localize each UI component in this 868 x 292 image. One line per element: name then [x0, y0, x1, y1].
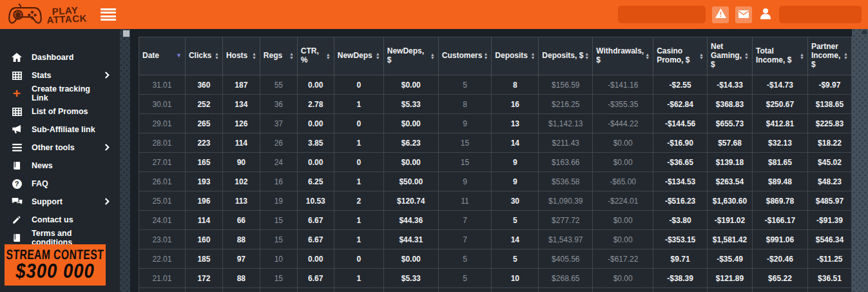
table-cell: 6.67 — [297, 269, 334, 288]
table-cell: $81.65 — [753, 153, 808, 172]
hamburger-menu-icon[interactable] — [101, 8, 116, 21]
table-row: 26.01193102166.251$50.0099$536.58-$65.00… — [139, 172, 852, 191]
alerts-button[interactable] — [712, 6, 729, 23]
table-cell: $120.74 — [383, 191, 438, 211]
profile-button[interactable] — [758, 6, 773, 23]
column-label: Total Income, $ — [756, 47, 798, 65]
sidebar-item-contact-us[interactable]: Contact us — [0, 211, 120, 229]
column-header-partner-income[interactable]: Partner Income, $▲▼ — [807, 37, 851, 75]
top-header-bar: PLAY ATTACK — [0, 0, 868, 29]
column-header-deposits[interactable]: Deposits▲▼ — [492, 37, 539, 75]
table-cell — [185, 288, 222, 292]
sidebar-scrollbar-thumb[interactable] — [123, 30, 130, 37]
sidebar-item-stats[interactable]: Stats — [0, 66, 120, 84]
table-cell: $5.33 — [383, 95, 438, 114]
main-content-panel: Date▼Clicks▲▼Hosts▲▼Regs▲▼CTR, %▲▼NewDep… — [130, 29, 852, 292]
sidebar-item-news[interactable]: News — [0, 157, 120, 175]
gamepad-icon — [8, 3, 43, 26]
column-header-casino-promo[interactable]: Casino Promo, $▲▼ — [653, 37, 708, 75]
home-icon — [10, 53, 23, 62]
sort-icon: ▲▼ — [215, 52, 219, 59]
sidebar-item-faq[interactable]: ?FAQ — [0, 175, 120, 193]
column-header-regs[interactable]: Regs▲▼ — [260, 37, 297, 75]
table-cell: -$134.53 — [653, 172, 708, 191]
column-header-date[interactable]: Date▼ — [139, 37, 186, 75]
table-cell: $36.51 — [807, 269, 851, 288]
table-cell: $869.78 — [753, 191, 808, 211]
table-cell: 5 — [438, 249, 492, 269]
brand-name: PLAY ATTACK — [46, 5, 87, 24]
column-header-withdrawals[interactable]: Withdrawals, $▲▼ — [593, 37, 653, 75]
column-label: Net Gaming, $ — [711, 43, 743, 69]
table-cell: 21.01 — [139, 269, 186, 288]
header-field-left[interactable] — [618, 6, 706, 23]
sidebar-item-create-tracking-link[interactable]: +Create tracking Link — [0, 84, 120, 102]
table-cell: $655.73 — [708, 114, 753, 133]
column-header-total-income[interactable]: Total Income, $▲▼ — [753, 37, 808, 75]
messages-button[interactable] — [735, 6, 752, 23]
table-cell: $0.00 — [593, 133, 653, 153]
user-icon — [760, 8, 771, 22]
table-cell: 10 — [492, 269, 539, 288]
table-cell: 252 — [185, 95, 222, 114]
table-cell: $5.33 — [383, 269, 438, 288]
table-cell: 7 — [438, 230, 492, 249]
column-header-customers[interactable]: Customers▲▼ — [438, 37, 492, 75]
sidebar-item-dashboard[interactable]: Dashboard — [0, 48, 120, 66]
column-header-newdeps[interactable]: NewDeps, $▲▼ — [383, 37, 438, 75]
table-cell: 88 — [222, 269, 260, 288]
page-scrollbar-thumb[interactable] — [862, 30, 867, 34]
table-cell: $0.00 — [383, 114, 438, 133]
brand-logo[interactable]: PLAY ATTACK — [8, 3, 86, 26]
column-label: Regs — [264, 52, 282, 61]
sidebar-item-list-of-promos[interactable]: List of Promos — [0, 102, 120, 121]
table-cell: 0.00 — [297, 114, 334, 133]
table-cell: 8 — [438, 95, 492, 114]
table-row: 23.0116088156.671$44.31714$1,543.97$0.00… — [139, 230, 852, 249]
table-cell: 25.01 — [139, 191, 186, 211]
sidebar-item-support[interactable]: Support — [0, 193, 120, 211]
column-header-ctr[interactable]: CTR, %▲▼ — [297, 37, 334, 75]
table-cell — [753, 288, 808, 292]
table-cell: -$617.22 — [593, 249, 653, 269]
column-header-clicks[interactable]: Clicks▲▼ — [185, 37, 222, 75]
sort-icon: ▲▼ — [744, 52, 749, 59]
table-cell: $1,630.60 — [708, 191, 753, 211]
table-cell — [383, 288, 438, 292]
table-cell: -$2.55 — [653, 75, 708, 95]
table-cell — [593, 288, 653, 292]
header-field-right[interactable] — [779, 6, 862, 23]
column-label: Hosts — [226, 52, 247, 61]
table-cell: 6.67 — [297, 211, 334, 230]
table-cell: $0.00 — [593, 230, 653, 249]
column-header-net-gaming[interactable]: Net Gaming, $▲▼ — [708, 37, 753, 75]
column-header-newdeps[interactable]: NewDeps▲▼ — [334, 37, 383, 75]
table-cell: $9.71 — [653, 249, 708, 269]
table-cell: 2.78 — [297, 95, 334, 114]
table-cell: 223 — [185, 133, 222, 153]
sort-icon: ▲▼ — [645, 53, 650, 60]
table-cell: 113 — [222, 191, 260, 211]
sidebar-item-other-tools[interactable]: Other tools — [0, 139, 120, 157]
column-label: NewDeps, $ — [387, 47, 429, 65]
column-header-deposits[interactable]: Deposits, $▲▼ — [539, 37, 593, 75]
table-cell: $65.22 — [753, 269, 808, 288]
plus-icon: + — [10, 88, 23, 99]
table-cell: 7 — [438, 211, 492, 230]
table-cell: -$14.73 — [753, 75, 808, 95]
sidebar-item-sub-affiliate-link[interactable]: Sub-Affiliate link — [0, 121, 120, 139]
banner-line-2: $300 000 — [15, 261, 95, 282]
table-cell: 185 — [185, 249, 222, 269]
chevron-right-icon — [104, 142, 112, 153]
stream-contest-banner[interactable]: STREAM CONTEST $300 000 — [5, 244, 106, 286]
table-cell: 26 — [260, 133, 297, 153]
table-cell: -$144.56 — [653, 114, 708, 133]
table-cell: 126 — [222, 114, 260, 133]
table-cell: 8 — [492, 75, 539, 95]
table-cell: 1 — [334, 211, 383, 230]
column-header-hosts[interactable]: Hosts▲▼ — [222, 37, 260, 75]
table-cell: 9 — [438, 114, 492, 133]
table-cell: 24.01 — [139, 211, 186, 230]
sidebar-gutter — [120, 29, 130, 292]
table-cell: 14 — [492, 133, 539, 153]
